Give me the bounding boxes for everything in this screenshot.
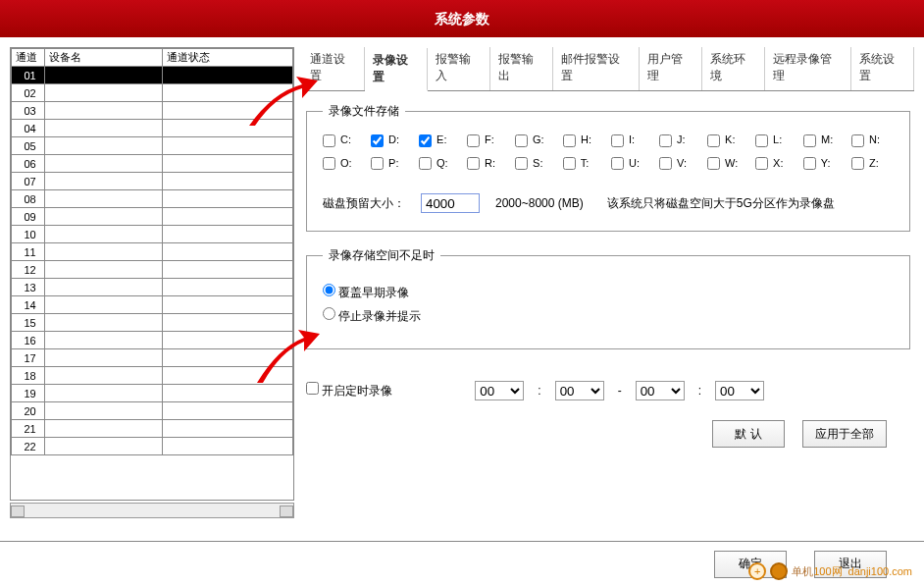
table-row[interactable]: 18 — [12, 367, 293, 385]
dash: - — [618, 384, 622, 398]
watermark-text-a: 单机 — [792, 565, 813, 577]
timer-row: 开启定时录像 00 : 00 - 00 : 00 — [306, 381, 910, 400]
table-row[interactable]: 13 — [12, 279, 293, 296]
watermark-text-b: 100网 — [813, 565, 842, 577]
drive-E[interactable]: E: — [419, 133, 461, 147]
table-row[interactable]: 12 — [12, 261, 293, 279]
table-row[interactable]: 04 — [12, 120, 293, 137]
when-full-legend: 录像存储空间不足时 — [323, 247, 440, 264]
drive-W[interactable]: W: — [707, 157, 749, 171]
reserve-row: 磁盘预留大小： 2000~8000 (MB) 该系统只将磁盘空间大于5G分区作为… — [323, 193, 894, 213]
drive-G[interactable]: G: — [515, 133, 557, 147]
drive-grid: C: D: E: F: G: H: I: J: K: L: M: N: O: P… — [323, 133, 894, 170]
radio-stop-label: 停止录像并提示 — [338, 309, 421, 323]
table-row[interactable]: 20 — [12, 402, 293, 420]
drive-S[interactable]: S: — [515, 157, 557, 171]
right-panel: 通道设置录像设置报警输入报警输出邮件报警设置用户管理系统环境远程录像管理系统设置… — [302, 47, 914, 521]
table-row[interactable]: 11 — [12, 243, 293, 261]
tab-4[interactable]: 邮件报警设置 — [553, 47, 640, 90]
when-full-group: 录像存储空间不足时 覆盖早期录像 停止录像并提示 — [306, 247, 910, 349]
dot-icon: ● — [770, 562, 788, 580]
main-area: 通道 设备名 通道状态 0102030405060708091011121314… — [0, 37, 924, 531]
drive-Q[interactable]: Q: — [419, 157, 461, 171]
table-row[interactable]: 06 — [12, 155, 293, 173]
drive-Z[interactable]: Z: — [851, 157, 894, 171]
storage-group: 录像文件存储 C: D: E: F: G: H: I: J: K: L: M: … — [306, 103, 910, 232]
drive-R[interactable]: R: — [467, 157, 509, 171]
drive-V[interactable]: V: — [659, 157, 701, 171]
tab-2[interactable]: 报警输入 — [428, 47, 490, 90]
drive-O[interactable]: O: — [323, 157, 365, 171]
radio-stop[interactable]: 停止录像并提示 — [323, 307, 894, 325]
reserve-range: 2000~8000 (MB) — [495, 196, 584, 210]
drive-F[interactable]: F: — [467, 133, 509, 147]
th-channel: 通道 — [12, 49, 45, 67]
drive-X[interactable]: X: — [755, 157, 797, 171]
colon-2: : — [698, 384, 701, 398]
drive-L[interactable]: L: — [755, 133, 797, 147]
default-button[interactable]: 默 认 — [712, 420, 785, 448]
tab-8[interactable]: 系统设置 — [851, 47, 914, 90]
timer-enable[interactable]: 开启定时录像 — [306, 382, 392, 400]
table-row[interactable]: 05 — [12, 137, 293, 155]
drive-T[interactable]: T: — [563, 157, 605, 171]
table-row[interactable]: 02 — [12, 84, 293, 102]
tab-5[interactable]: 用户管理 — [640, 47, 702, 90]
th-status: 通道状态 — [163, 49, 293, 67]
table-row[interactable]: 22 — [12, 438, 293, 455]
table-row[interactable]: 17 — [12, 349, 293, 367]
colon-1: : — [538, 384, 540, 398]
watermark: + ● 单机100网 danji100.com — [748, 562, 912, 580]
radio-overwrite[interactable]: 覆盖早期录像 — [323, 284, 894, 301]
channel-table[interactable]: 通道 设备名 通道状态 0102030405060708091011121314… — [10, 47, 294, 501]
table-row[interactable]: 19 — [12, 385, 293, 402]
table-row[interactable]: 07 — [12, 173, 293, 190]
window-title: 系统参数 — [0, 0, 924, 37]
tab-1[interactable]: 录像设置 — [365, 48, 428, 91]
timer-enable-label: 开启定时录像 — [322, 384, 392, 398]
timer-m1[interactable]: 00 — [555, 381, 604, 400]
apply-all-button[interactable]: 应用于全部 — [802, 420, 887, 448]
th-device: 设备名 — [45, 49, 163, 67]
drive-P[interactable]: P: — [371, 157, 413, 171]
panel-actions: 默 认 应用于全部 — [302, 420, 887, 448]
tab-0[interactable]: 通道设置 — [302, 47, 365, 90]
tab-7[interactable]: 远程录像管理 — [765, 47, 851, 90]
tab-3[interactable]: 报警输出 — [490, 47, 553, 90]
timer-m2[interactable]: 00 — [715, 381, 764, 400]
radio-overwrite-label: 覆盖早期录像 — [338, 286, 409, 299]
drive-I[interactable]: I: — [611, 133, 653, 147]
left-panel: 通道 设备名 通道状态 0102030405060708091011121314… — [10, 47, 294, 521]
horizontal-scrollbar[interactable] — [10, 503, 294, 518]
drive-J[interactable]: J: — [659, 133, 701, 147]
drive-Y[interactable]: Y: — [803, 157, 846, 171]
tab-6[interactable]: 系统环境 — [702, 47, 765, 90]
table-row[interactable]: 10 — [12, 226, 293, 243]
reserve-input[interactable] — [421, 193, 480, 213]
reserve-note: 该系统只将磁盘空间大于5G分区作为录像盘 — [607, 195, 835, 212]
drive-U[interactable]: U: — [611, 157, 653, 171]
table-row[interactable]: 15 — [12, 314, 293, 332]
timer-h1[interactable]: 00 — [475, 381, 524, 400]
table-row[interactable]: 08 — [12, 190, 293, 208]
table-row[interactable]: 01 — [12, 67, 293, 84]
plus-icon: + — [748, 562, 766, 580]
drive-N[interactable]: N: — [851, 133, 894, 147]
table-row[interactable]: 21 — [12, 420, 293, 438]
table-row[interactable]: 16 — [12, 332, 293, 349]
table-row[interactable]: 03 — [12, 102, 293, 120]
table-row[interactable]: 14 — [12, 296, 293, 314]
drive-C[interactable]: C: — [323, 133, 365, 147]
storage-legend: 录像文件存储 — [323, 103, 405, 120]
drive-K[interactable]: K: — [707, 133, 749, 147]
reserve-label: 磁盘预留大小： — [323, 195, 405, 212]
drive-D[interactable]: D: — [371, 133, 413, 147]
drive-M[interactable]: M: — [803, 133, 846, 147]
tab-bar: 通道设置录像设置报警输入报警输出邮件报警设置用户管理系统环境远程录像管理系统设置 — [302, 47, 914, 91]
timer-h2[interactable]: 00 — [636, 381, 685, 400]
drive-H[interactable]: H: — [563, 133, 605, 147]
table-row[interactable]: 09 — [12, 208, 293, 226]
watermark-text-c: danji100.com — [848, 565, 912, 577]
